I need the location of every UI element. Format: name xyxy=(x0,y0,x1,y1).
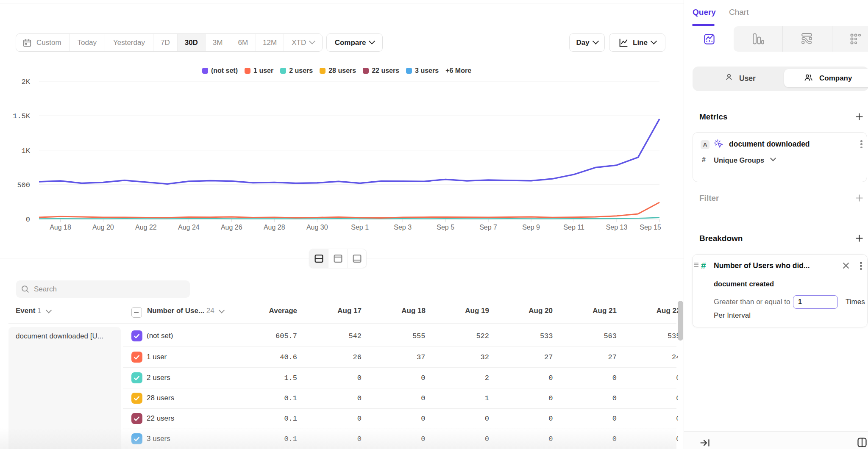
svg-text:500: 500 xyxy=(17,181,30,189)
svg-text:Aug 26: Aug 26 xyxy=(221,224,242,231)
svg-text:Aug 24: Aug 24 xyxy=(178,224,200,231)
svg-text:Aug 20: Aug 20 xyxy=(92,224,114,231)
svg-text:Aug 22: Aug 22 xyxy=(135,224,157,231)
svg-text:Sep 13: Sep 13 xyxy=(606,224,628,231)
svg-text:Sep 15: Sep 15 xyxy=(640,224,661,231)
svg-text:Sep 5: Sep 5 xyxy=(437,224,454,231)
svg-text:Aug 28: Aug 28 xyxy=(264,224,285,231)
svg-text:Aug 30: Aug 30 xyxy=(306,224,328,231)
svg-text:Sep 1: Sep 1 xyxy=(351,224,369,231)
svg-text:1.5K: 1.5K xyxy=(13,112,31,120)
svg-text:0: 0 xyxy=(26,216,30,224)
svg-text:Aug 18: Aug 18 xyxy=(50,224,71,231)
svg-text:Sep 11: Sep 11 xyxy=(563,224,584,231)
svg-text:Sep 3: Sep 3 xyxy=(394,224,412,231)
svg-text:Sep 9: Sep 9 xyxy=(522,224,540,231)
svg-text:2K: 2K xyxy=(22,78,31,86)
svg-text:1K: 1K xyxy=(22,147,31,155)
svg-text:Sep 7: Sep 7 xyxy=(479,224,497,231)
